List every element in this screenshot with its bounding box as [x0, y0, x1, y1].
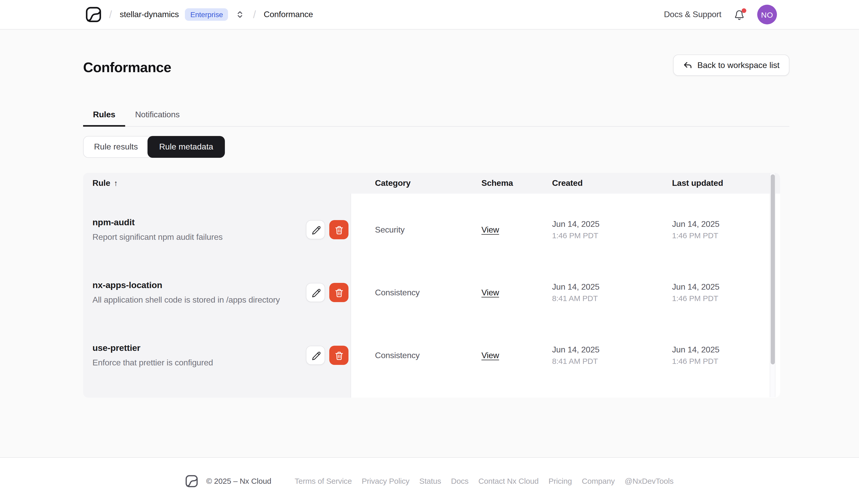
created-cell: Jun 14, 2025 1:46 PM PDT — [552, 210, 672, 240]
copyright: © 2025 – Nx Cloud — [206, 476, 271, 485]
row-actions — [306, 220, 348, 239]
sort-ascending-icon: ↑ — [114, 179, 118, 187]
created-date: Jun 14, 2025 — [552, 219, 672, 229]
updated-time: 1:46 PM PDT — [672, 231, 780, 240]
rule-info: nx-apps-location All application shell c… — [92, 280, 280, 305]
delete-rule-button[interactable] — [329, 283, 348, 302]
back-arrow-icon — [683, 60, 692, 70]
workspace-name[interactable]: stellar-dynamics — [120, 10, 179, 19]
created-time: 8:41 AM PDT — [552, 294, 672, 303]
footer-link-contact[interactable]: Contact Nx Cloud — [478, 476, 539, 485]
updated-time: 1:46 PM PDT — [672, 356, 780, 365]
view-schema-link[interactable]: View — [481, 351, 499, 360]
notification-dot — [742, 8, 746, 13]
breadcrumb-page: Conformance — [264, 10, 313, 19]
footer-link-company[interactable]: Company — [582, 476, 615, 485]
nx-logo-footer — [185, 475, 198, 487]
last-updated-cell: Jun 14, 2025 1:46 PM PDT — [672, 210, 780, 240]
rule-category: Consistency — [351, 341, 481, 360]
rule-description: Enforce that prettier is configured — [92, 358, 213, 367]
updated-date: Jun 14, 2025 — [672, 282, 780, 292]
view-schema-link[interactable]: View — [481, 288, 499, 296]
delete-rule-button[interactable] — [329, 346, 348, 365]
rule-info: npm-audit Report significant npm audit f… — [92, 217, 223, 242]
created-time: 1:46 PM PDT — [552, 231, 672, 240]
table-header: Rule↑ Category Schema Created Last updat… — [83, 173, 780, 194]
rule-name: npm-audit — [92, 217, 223, 228]
trash-icon — [334, 225, 344, 234]
footer-link-docs[interactable]: Docs — [451, 476, 469, 485]
scrollbar-thumb[interactable] — [771, 174, 775, 364]
column-header-rule[interactable]: Rule↑ — [83, 179, 351, 188]
created-time: 8:41 AM PDT — [552, 356, 672, 365]
main-content: Conformance Back to workspace list Rules… — [0, 30, 859, 457]
footer-brand: © 2025 – Nx Cloud — [185, 475, 271, 487]
app-viewport: / stellar-dynamics Enterprise / Conforma… — [0, 0, 859, 504]
page-footer: © 2025 – Nx Cloud Terms of Service Priva… — [0, 457, 859, 504]
created-cell: Jun 14, 2025 8:41 AM PDT — [552, 273, 672, 303]
breadcrumb: / stellar-dynamics Enterprise / Conforma… — [86, 7, 313, 22]
pencil-icon — [311, 225, 320, 234]
table-row: npm-audit Report significant npm audit f… — [83, 194, 780, 256]
updated-time: 1:46 PM PDT — [672, 294, 780, 303]
table-row: use-prettier Enforce that prettier is co… — [83, 319, 780, 382]
updated-date: Jun 14, 2025 — [672, 345, 780, 354]
pencil-icon — [311, 351, 320, 360]
rule-name: nx-apps-location — [92, 280, 280, 291]
edit-rule-button[interactable] — [306, 346, 325, 365]
row-actions — [306, 283, 348, 302]
footer-links: Terms of Service Privacy Policy Status D… — [295, 476, 674, 485]
delete-rule-button[interactable] — [329, 220, 348, 239]
last-updated-cell: Jun 14, 2025 1:46 PM PDT — [672, 336, 780, 365]
column-header-created: Created — [552, 179, 672, 188]
footer-link-terms[interactable]: Terms of Service — [295, 476, 352, 485]
row-actions — [306, 346, 348, 365]
back-button-label: Back to workspace list — [697, 60, 780, 70]
nx-logo[interactable] — [86, 7, 101, 22]
view-toggle: Rule results Rule metadata — [83, 136, 225, 158]
rule-name: use-prettier — [92, 343, 213, 353]
edit-rule-button[interactable] — [306, 220, 325, 239]
view-schema-link[interactable]: View — [481, 225, 499, 234]
rule-info: use-prettier Enforce that prettier is co… — [92, 343, 213, 367]
footer-link-nxdevtools[interactable]: @NxDevTools — [625, 476, 674, 485]
rule-category: Security — [351, 216, 481, 234]
rule-metadata-toggle[interactable]: Rule metadata — [148, 136, 225, 158]
navbar-actions: Docs & Support NO — [664, 5, 777, 25]
column-header-category: Category — [351, 179, 481, 188]
last-updated-cell: Jun 14, 2025 1:46 PM PDT — [672, 273, 780, 303]
created-cell: Jun 14, 2025 8:41 AM PDT — [552, 336, 672, 365]
rule-results-toggle[interactable]: Rule results — [84, 137, 148, 157]
pencil-icon — [311, 288, 320, 297]
docs-support-link[interactable]: Docs & Support — [664, 10, 721, 19]
rule-category: Consistency — [351, 278, 481, 297]
tab-bar: Rules Notifications — [83, 103, 789, 127]
user-avatar[interactable]: NO — [757, 5, 777, 25]
notifications-bell-button[interactable] — [734, 9, 745, 20]
column-header-schema: Schema — [481, 179, 552, 188]
table-scrollbar[interactable] — [770, 173, 775, 397]
column-label-rule: Rule — [92, 179, 110, 187]
edit-rule-button[interactable] — [306, 283, 325, 302]
footer-link-privacy[interactable]: Privacy Policy — [362, 476, 409, 485]
breadcrumb-separator: / — [253, 9, 256, 20]
created-date: Jun 14, 2025 — [552, 345, 672, 354]
enterprise-badge: Enterprise — [185, 8, 228, 21]
footer-link-pricing[interactable]: Pricing — [548, 476, 572, 485]
workspace-switcher-button[interactable] — [235, 9, 245, 20]
back-to-workspace-list-button[interactable]: Back to workspace list — [673, 55, 789, 76]
created-date: Jun 14, 2025 — [552, 282, 672, 292]
breadcrumb-separator: / — [109, 9, 112, 20]
rules-table: Rule↑ Category Schema Created Last updat… — [83, 173, 780, 398]
chevrons-up-down-icon — [236, 10, 244, 19]
footer-link-status[interactable]: Status — [419, 476, 441, 485]
top-navbar: / stellar-dynamics Enterprise / Conforma… — [0, 0, 859, 30]
rule-description: All application shell code is stored in … — [92, 295, 280, 305]
table-row: nx-apps-location All application shell c… — [83, 256, 780, 319]
trash-icon — [334, 351, 344, 360]
column-header-last-updated: Last updated — [672, 179, 780, 188]
updated-date: Jun 14, 2025 — [672, 219, 780, 229]
tab-notifications[interactable]: Notifications — [125, 103, 190, 126]
tab-rules[interactable]: Rules — [83, 103, 125, 126]
trash-icon — [334, 288, 344, 297]
